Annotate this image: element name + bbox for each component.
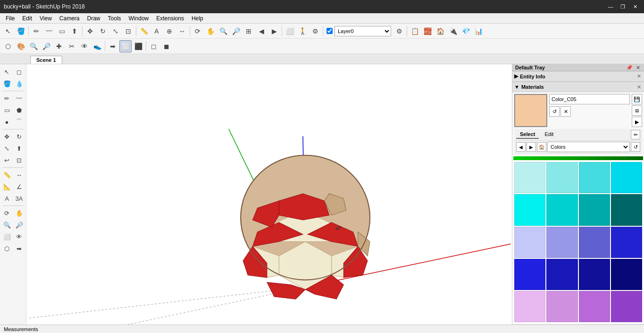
move-tool-btn[interactable]: ✥: [84, 25, 96, 37]
swatch-c4r3[interactable]: [611, 227, 642, 258]
line-tool-btn[interactable]: ✏: [30, 25, 42, 37]
menu-extensions[interactable]: Extensions: [152, 14, 188, 23]
menu-file[interactable]: File: [2, 14, 18, 23]
select-style-btn[interactable]: ⬜: [119, 40, 132, 52]
walkthrough-btn[interactable]: 🚶: [296, 25, 309, 37]
tray-pin-btn[interactable]: 📌: [626, 64, 633, 71]
next-view-btn[interactable]: ▶: [268, 25, 280, 37]
mat-delete-btn[interactable]: ✕: [560, 106, 571, 117]
minimize-button[interactable]: —: [605, 3, 616, 10]
swatch-c4r4[interactable]: [611, 259, 642, 290]
swatch-c4r1[interactable]: [611, 162, 642, 193]
offset-lt-btn[interactable]: ⊡: [14, 154, 25, 166]
mat-folder-btn[interactable]: ▤: [632, 105, 642, 116]
angles-btn[interactable]: ∠: [14, 181, 25, 192]
walk-lt-btn[interactable]: 👁: [14, 231, 25, 242]
paint-bucket-btn[interactable]: 🪣: [15, 25, 27, 37]
tray-close-btn[interactable]: ✕: [635, 64, 641, 71]
zoomext-lt-btn[interactable]: 🔎: [14, 219, 25, 231]
polygon-btn[interactable]: ⬟: [14, 104, 25, 116]
section-lt-btn[interactable]: ⬜: [1, 231, 13, 242]
dim-lt-btn[interactable]: ↔: [14, 169, 25, 180]
mat-save-btn[interactable]: 💾: [632, 94, 642, 104]
extension-btn[interactable]: 🔌: [447, 25, 459, 37]
scale-lt-btn[interactable]: ⤡: [1, 143, 13, 154]
swatch-c3r3[interactable]: [579, 227, 610, 258]
offset-tool-btn[interactable]: ⊡: [122, 25, 134, 37]
select-arrow-btn[interactable]: ↖: [1, 66, 13, 77]
swatch-c3r4[interactable]: [579, 259, 610, 290]
swatch-c4r2[interactable]: [611, 194, 642, 225]
shape-tool-btn[interactable]: ▭: [56, 25, 68, 37]
model-info-btn[interactable]: 📋: [409, 25, 421, 37]
swatch-c4r5[interactable]: [611, 291, 642, 322]
colors-home-btn[interactable]: 🏠: [537, 142, 546, 152]
canvas-area[interactable]: ✏: [26, 64, 512, 324]
component-btn[interactable]: 🧱: [421, 25, 434, 37]
back-style-btn[interactable]: ⬛: [132, 40, 144, 52]
colors-back-btn[interactable]: ◀: [516, 142, 526, 152]
layer-settings-btn[interactable]: ⚙: [393, 25, 405, 37]
back-face-btn[interactable]: ◼: [160, 40, 173, 52]
mat-arrow-btn[interactable]: ▶: [632, 117, 642, 127]
orbit-lt-btn[interactable]: ⟳: [1, 207, 13, 219]
menu-camera[interactable]: Camera: [56, 14, 84, 23]
orbit-btn[interactable]: ⟳: [192, 25, 204, 37]
pushpull-lt-btn[interactable]: ⬆: [14, 143, 25, 154]
menu-edit[interactable]: Edit: [18, 14, 36, 23]
swatch-c1r3[interactable]: [514, 227, 545, 258]
swatch-c2r2[interactable]: [546, 194, 577, 225]
zoom-btn[interactable]: 🔍: [217, 25, 229, 37]
colors-dropdown[interactable]: Colors Brick and Cladding Carpet and Tex…: [547, 142, 630, 152]
swatch-c2r1[interactable]: [546, 162, 577, 193]
mat-name-input[interactable]: [549, 94, 630, 104]
menu-help[interactable]: Help: [188, 14, 207, 23]
view-search-btn[interactable]: 🔍: [27, 40, 40, 52]
push-view-btn[interactable]: ➡: [107, 40, 119, 52]
view-iso-btn[interactable]: ⬡: [2, 40, 14, 52]
pan-lt-btn[interactable]: ✋: [14, 207, 25, 219]
edit-tab[interactable]: Edit: [541, 130, 557, 139]
colors-fwd-btn[interactable]: ▶: [527, 142, 536, 152]
prev-view-btn[interactable]: ◀: [255, 25, 268, 37]
select-tab[interactable]: Select: [516, 130, 539, 139]
freehand-btn[interactable]: 〰: [14, 93, 25, 104]
menu-draw[interactable]: Draw: [84, 14, 104, 23]
push-pull-btn[interactable]: ⬆: [68, 25, 81, 37]
swatch-c1r1[interactable]: [514, 162, 545, 193]
text-btn[interactable]: A: [151, 25, 163, 37]
move-lt-btn[interactable]: ✥: [1, 131, 13, 142]
pencil-btn[interactable]: ✏: [1, 93, 13, 104]
menu-window[interactable]: Window: [125, 14, 153, 23]
paint-tool-btn[interactable]: 🪣: [1, 78, 13, 89]
followme-btn[interactable]: ↩: [1, 154, 13, 166]
menu-tools[interactable]: Tools: [104, 14, 125, 23]
sandbox2-btn[interactable]: ➡: [14, 243, 25, 254]
protract-btn[interactable]: 📐: [1, 181, 13, 192]
mat-reset-btn[interactable]: ↺: [549, 106, 560, 117]
text-lt-btn[interactable]: A: [1, 193, 13, 204]
house-btn[interactable]: 🏠: [434, 25, 446, 37]
report-btn[interactable]: 📊: [472, 25, 485, 37]
rect-btn[interactable]: ▭: [1, 104, 13, 116]
view-foot-btn[interactable]: 👟: [91, 40, 103, 52]
sandbox-btn[interactable]: ⬡: [1, 243, 13, 254]
rotate-tool-btn[interactable]: ↻: [97, 25, 109, 37]
pencil-edit-btn[interactable]: ✏: [631, 130, 640, 139]
eraser-btn[interactable]: ◻: [14, 66, 25, 77]
view-paint-btn[interactable]: 🎨: [15, 40, 27, 52]
arc-small-btn[interactable]: ⌒: [14, 116, 25, 128]
layer-dropdown[interactable]: Layer0: [335, 26, 391, 36]
dim-btn[interactable]: ↔: [176, 25, 188, 37]
colors-reload-btn[interactable]: ↺: [631, 142, 640, 152]
swatch-c2r4[interactable]: [546, 259, 577, 290]
circle-btn[interactable]: ●: [1, 116, 13, 128]
layer-visibility-check[interactable]: [326, 28, 333, 34]
ruby-btn[interactable]: 💎: [460, 25, 472, 37]
materials-section-header[interactable]: ▼ Materials ✕: [512, 82, 644, 92]
swatch-c3r1[interactable]: [579, 162, 610, 193]
section-plane-btn[interactable]: ⬜: [284, 25, 296, 37]
view-component-btn[interactable]: ✚: [53, 40, 65, 52]
menu-view[interactable]: View: [36, 14, 56, 23]
tape-lt-btn[interactable]: 📏: [1, 169, 13, 180]
